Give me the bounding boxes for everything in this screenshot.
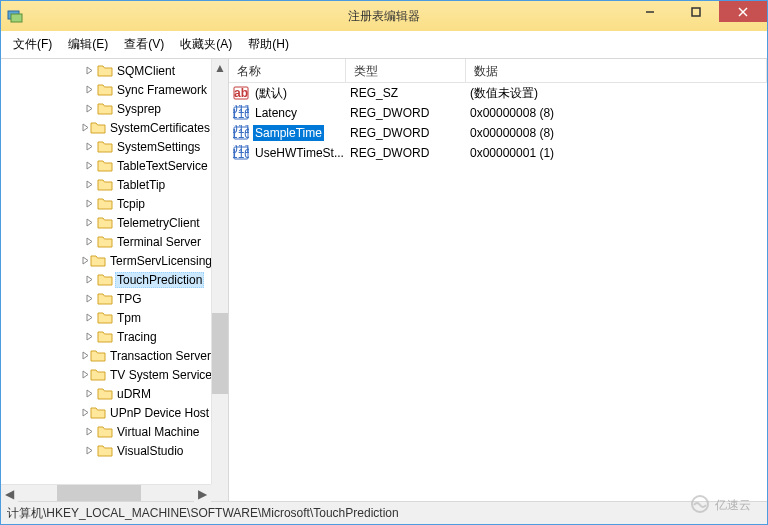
titlebar[interactable]: 注册表编辑器 bbox=[1, 1, 767, 31]
tree-label: UPnP Device Host bbox=[108, 405, 211, 421]
statusbar: 计算机\HKEY_LOCAL_MACHINE\SOFTWARE\Microsof… bbox=[1, 502, 767, 524]
expand-icon[interactable] bbox=[81, 351, 90, 360]
hscroll-track[interactable] bbox=[18, 485, 194, 501]
folder-icon bbox=[97, 310, 113, 326]
cell-type: REG_DWORD bbox=[346, 106, 466, 120]
expand-icon[interactable] bbox=[81, 256, 90, 265]
folder-icon bbox=[97, 234, 113, 250]
folder-icon bbox=[97, 63, 113, 79]
cell-name: 011110Latency bbox=[229, 105, 346, 121]
regedit-window: 注册表编辑器 文件(F) 编辑(E) 查看(V) 收藏夹(A) 帮助(H) SQ… bbox=[0, 0, 768, 525]
expand-icon[interactable] bbox=[81, 370, 90, 379]
tree-label: SQMClient bbox=[115, 63, 177, 79]
expand-icon[interactable] bbox=[81, 66, 97, 75]
list-pane: 名称 类型 数据 ab(默认)REG_SZ(数值未设置)011110Latenc… bbox=[229, 59, 767, 501]
expand-icon[interactable] bbox=[81, 237, 97, 246]
tree-label: VisualStudio bbox=[115, 443, 186, 459]
menu-edit[interactable]: 编辑(E) bbox=[60, 33, 116, 56]
column-header-name[interactable]: 名称 bbox=[229, 59, 346, 82]
tree-item[interactable]: SQMClient bbox=[81, 61, 211, 80]
tree-item[interactable]: TelemetryClient bbox=[81, 213, 211, 232]
tree-item[interactable]: TouchPrediction bbox=[81, 270, 211, 289]
scroll-thumb[interactable] bbox=[212, 313, 228, 395]
menu-help[interactable]: 帮助(H) bbox=[240, 33, 297, 56]
tree-item[interactable]: TableTextService bbox=[81, 156, 211, 175]
column-header-data[interactable]: 数据 bbox=[466, 59, 767, 82]
list-row[interactable]: 011110LatencyREG_DWORD0x00000008 (8) bbox=[229, 103, 767, 123]
expand-icon[interactable] bbox=[81, 332, 97, 341]
tree-hscrollbar[interactable]: ◀ ▶ bbox=[1, 484, 211, 501]
expand-icon[interactable] bbox=[81, 313, 97, 322]
folder-icon bbox=[97, 158, 113, 174]
minimize-button[interactable] bbox=[627, 1, 673, 22]
cell-data: 0x00000008 (8) bbox=[466, 106, 767, 120]
scroll-left-button[interactable]: ◀ bbox=[1, 485, 18, 502]
value-name: UseHWTimeSt... bbox=[253, 145, 346, 161]
tree-item[interactable]: SystemSettings bbox=[81, 137, 211, 156]
content-area: SQMClientSync FrameworkSysprepSystemCert… bbox=[1, 59, 767, 502]
value-name: Latency bbox=[253, 105, 299, 121]
tree-label: Sysprep bbox=[115, 101, 163, 117]
scroll-up-button[interactable]: ▲ bbox=[212, 59, 228, 76]
maximize-button[interactable] bbox=[673, 1, 719, 22]
list-row[interactable]: 011110UseHWTimeSt...REG_DWORD0x00000001 … bbox=[229, 143, 767, 163]
folder-icon bbox=[97, 329, 113, 345]
expand-icon[interactable] bbox=[81, 104, 97, 113]
expand-icon[interactable] bbox=[81, 161, 97, 170]
expand-icon[interactable] bbox=[81, 446, 97, 455]
scroll-track[interactable] bbox=[212, 76, 228, 484]
folder-icon bbox=[97, 443, 113, 459]
tree-item[interactable]: UPnP Device Host bbox=[81, 403, 211, 422]
tree-label: TableTextService bbox=[115, 158, 210, 174]
list-row[interactable]: 011110SampleTimeREG_DWORD0x00000008 (8) bbox=[229, 123, 767, 143]
tree-item[interactable]: Tcpip bbox=[81, 194, 211, 213]
expand-icon[interactable] bbox=[81, 218, 97, 227]
tree-item[interactable]: SystemCertificates bbox=[81, 118, 211, 137]
hscroll-thumb[interactable] bbox=[57, 485, 141, 501]
menu-view[interactable]: 查看(V) bbox=[116, 33, 172, 56]
folder-icon bbox=[90, 348, 106, 364]
list-body[interactable]: ab(默认)REG_SZ(数值未设置)011110LatencyREG_DWOR… bbox=[229, 83, 767, 501]
tree-item[interactable]: Sysprep bbox=[81, 99, 211, 118]
tree-view[interactable]: SQMClientSync FrameworkSysprepSystemCert… bbox=[1, 59, 211, 501]
tree-item[interactable]: Virtual Machine bbox=[81, 422, 211, 441]
expand-icon[interactable] bbox=[81, 199, 97, 208]
tree-item[interactable]: TabletTip bbox=[81, 175, 211, 194]
tree-item[interactable]: Tpm bbox=[81, 308, 211, 327]
expand-icon[interactable] bbox=[81, 180, 97, 189]
expand-icon[interactable] bbox=[81, 389, 97, 398]
expand-icon[interactable] bbox=[81, 275, 97, 284]
expand-icon[interactable] bbox=[81, 85, 97, 94]
expand-icon[interactable] bbox=[81, 427, 97, 436]
close-button[interactable] bbox=[719, 1, 767, 22]
tree-label: TelemetryClient bbox=[115, 215, 202, 231]
expand-icon[interactable] bbox=[81, 123, 90, 132]
cell-data: (数值未设置) bbox=[466, 85, 767, 102]
tree-item[interactable]: Terminal Server bbox=[81, 232, 211, 251]
menu-favorites[interactable]: 收藏夹(A) bbox=[172, 33, 240, 56]
expand-icon[interactable] bbox=[81, 408, 90, 417]
folder-icon bbox=[90, 367, 106, 383]
tree-item[interactable]: Sync Framework bbox=[81, 80, 211, 99]
tree-label: uDRM bbox=[115, 386, 153, 402]
tree-label: Sync Framework bbox=[115, 82, 209, 98]
tree-item[interactable]: VisualStudio bbox=[81, 441, 211, 460]
tree-label: SystemSettings bbox=[115, 139, 202, 155]
expand-icon[interactable] bbox=[81, 142, 97, 151]
value-icon: ab bbox=[233, 85, 249, 101]
tree-item[interactable]: TPG bbox=[81, 289, 211, 308]
tree-item[interactable]: TV System Services bbox=[81, 365, 211, 384]
tree-vscrollbar[interactable]: ▲ ▼ bbox=[211, 59, 228, 501]
menu-file[interactable]: 文件(F) bbox=[5, 33, 60, 56]
svg-text:110: 110 bbox=[233, 107, 249, 121]
expand-icon[interactable] bbox=[81, 294, 97, 303]
tree-label: Tracing bbox=[115, 329, 159, 345]
tree-item[interactable]: uDRM bbox=[81, 384, 211, 403]
window-controls bbox=[627, 1, 767, 22]
scroll-right-button[interactable]: ▶ bbox=[194, 485, 211, 502]
list-row[interactable]: ab(默认)REG_SZ(数值未设置) bbox=[229, 83, 767, 103]
tree-item[interactable]: Transaction Server bbox=[81, 346, 211, 365]
tree-item[interactable]: Tracing bbox=[81, 327, 211, 346]
column-header-type[interactable]: 类型 bbox=[346, 59, 466, 82]
tree-item[interactable]: TermServLicensing bbox=[81, 251, 211, 270]
